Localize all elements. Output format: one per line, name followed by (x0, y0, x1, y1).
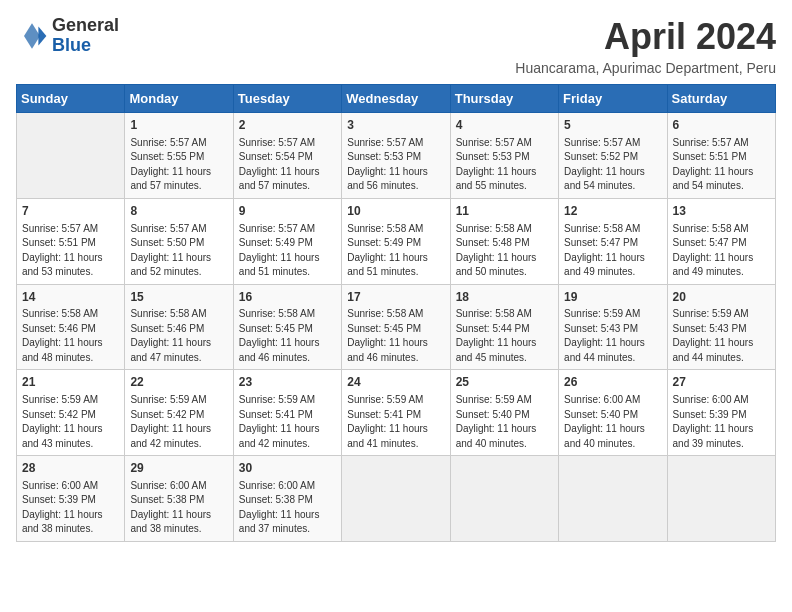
day-number: 15 (130, 289, 227, 306)
calendar-cell: 10Sunrise: 5:58 AMSunset: 5:49 PMDayligh… (342, 198, 450, 284)
calendar-cell: 13Sunrise: 5:58 AMSunset: 5:47 PMDayligh… (667, 198, 775, 284)
calendar-cell: 5Sunrise: 5:57 AMSunset: 5:52 PMDaylight… (559, 113, 667, 199)
day-number: 14 (22, 289, 119, 306)
calendar-cell (17, 113, 125, 199)
day-number: 2 (239, 117, 336, 134)
day-number: 29 (130, 460, 227, 477)
day-detail: Sunrise: 5:58 AMSunset: 5:47 PMDaylight:… (564, 222, 661, 280)
header-tuesday: Tuesday (233, 85, 341, 113)
day-number: 11 (456, 203, 553, 220)
day-number: 19 (564, 289, 661, 306)
calendar-cell: 4Sunrise: 5:57 AMSunset: 5:53 PMDaylight… (450, 113, 558, 199)
day-number: 12 (564, 203, 661, 220)
page-header: General Blue April 2024 Huancarama, Apur… (16, 16, 776, 76)
day-detail: Sunrise: 5:57 AMSunset: 5:51 PMDaylight:… (673, 136, 770, 194)
calendar-cell: 16Sunrise: 5:58 AMSunset: 5:45 PMDayligh… (233, 284, 341, 370)
calendar-cell: 27Sunrise: 6:00 AMSunset: 5:39 PMDayligh… (667, 370, 775, 456)
day-detail: Sunrise: 5:57 AMSunset: 5:49 PMDaylight:… (239, 222, 336, 280)
day-detail: Sunrise: 6:00 AMSunset: 5:38 PMDaylight:… (130, 479, 227, 537)
day-detail: Sunrise: 5:58 AMSunset: 5:46 PMDaylight:… (130, 307, 227, 365)
day-detail: Sunrise: 5:59 AMSunset: 5:41 PMDaylight:… (239, 393, 336, 451)
header-saturday: Saturday (667, 85, 775, 113)
logo-text: General Blue (52, 16, 119, 56)
day-detail: Sunrise: 5:58 AMSunset: 5:49 PMDaylight:… (347, 222, 444, 280)
day-number: 27 (673, 374, 770, 391)
calendar-cell: 8Sunrise: 5:57 AMSunset: 5:50 PMDaylight… (125, 198, 233, 284)
calendar-table: SundayMondayTuesdayWednesdayThursdayFrid… (16, 84, 776, 542)
calendar-cell: 25Sunrise: 5:59 AMSunset: 5:40 PMDayligh… (450, 370, 558, 456)
calendar-cell: 24Sunrise: 5:59 AMSunset: 5:41 PMDayligh… (342, 370, 450, 456)
day-detail: Sunrise: 5:58 AMSunset: 5:44 PMDaylight:… (456, 307, 553, 365)
day-number: 1 (130, 117, 227, 134)
day-detail: Sunrise: 5:59 AMSunset: 5:40 PMDaylight:… (456, 393, 553, 451)
day-detail: Sunrise: 5:57 AMSunset: 5:50 PMDaylight:… (130, 222, 227, 280)
calendar-cell: 26Sunrise: 6:00 AMSunset: 5:40 PMDayligh… (559, 370, 667, 456)
day-number: 5 (564, 117, 661, 134)
calendar-cell: 28Sunrise: 6:00 AMSunset: 5:39 PMDayligh… (17, 456, 125, 542)
calendar-cell: 7Sunrise: 5:57 AMSunset: 5:51 PMDaylight… (17, 198, 125, 284)
day-detail: Sunrise: 5:57 AMSunset: 5:55 PMDaylight:… (130, 136, 227, 194)
logo-icon (16, 20, 48, 52)
calendar-cell: 3Sunrise: 5:57 AMSunset: 5:53 PMDaylight… (342, 113, 450, 199)
calendar-week-3: 14Sunrise: 5:58 AMSunset: 5:46 PMDayligh… (17, 284, 776, 370)
day-number: 8 (130, 203, 227, 220)
day-number: 20 (673, 289, 770, 306)
header-monday: Monday (125, 85, 233, 113)
month-title: April 2024 (515, 16, 776, 58)
day-detail: Sunrise: 5:59 AMSunset: 5:42 PMDaylight:… (22, 393, 119, 451)
day-detail: Sunrise: 5:57 AMSunset: 5:52 PMDaylight:… (564, 136, 661, 194)
calendar-cell: 29Sunrise: 6:00 AMSunset: 5:38 PMDayligh… (125, 456, 233, 542)
calendar-week-4: 21Sunrise: 5:59 AMSunset: 5:42 PMDayligh… (17, 370, 776, 456)
calendar-cell: 20Sunrise: 5:59 AMSunset: 5:43 PMDayligh… (667, 284, 775, 370)
day-number: 13 (673, 203, 770, 220)
day-number: 21 (22, 374, 119, 391)
calendar-cell (450, 456, 558, 542)
title-area: April 2024 Huancarama, Apurimac Departme… (515, 16, 776, 76)
day-number: 24 (347, 374, 444, 391)
calendar-cell (559, 456, 667, 542)
calendar-cell: 12Sunrise: 5:58 AMSunset: 5:47 PMDayligh… (559, 198, 667, 284)
calendar-cell (342, 456, 450, 542)
day-detail: Sunrise: 5:57 AMSunset: 5:54 PMDaylight:… (239, 136, 336, 194)
calendar-cell: 30Sunrise: 6:00 AMSunset: 5:38 PMDayligh… (233, 456, 341, 542)
calendar-cell: 22Sunrise: 5:59 AMSunset: 5:42 PMDayligh… (125, 370, 233, 456)
header-wednesday: Wednesday (342, 85, 450, 113)
day-number: 18 (456, 289, 553, 306)
day-number: 26 (564, 374, 661, 391)
day-detail: Sunrise: 5:58 AMSunset: 5:47 PMDaylight:… (673, 222, 770, 280)
day-detail: Sunrise: 5:58 AMSunset: 5:45 PMDaylight:… (239, 307, 336, 365)
day-detail: Sunrise: 5:58 AMSunset: 5:45 PMDaylight:… (347, 307, 444, 365)
day-detail: Sunrise: 6:00 AMSunset: 5:39 PMDaylight:… (673, 393, 770, 451)
calendar-cell: 14Sunrise: 5:58 AMSunset: 5:46 PMDayligh… (17, 284, 125, 370)
day-number: 28 (22, 460, 119, 477)
day-detail: Sunrise: 5:59 AMSunset: 5:41 PMDaylight:… (347, 393, 444, 451)
calendar-cell: 6Sunrise: 5:57 AMSunset: 5:51 PMDaylight… (667, 113, 775, 199)
calendar-cell: 19Sunrise: 5:59 AMSunset: 5:43 PMDayligh… (559, 284, 667, 370)
day-number: 25 (456, 374, 553, 391)
calendar-cell: 9Sunrise: 5:57 AMSunset: 5:49 PMDaylight… (233, 198, 341, 284)
day-number: 7 (22, 203, 119, 220)
logo-general: General (52, 16, 119, 36)
day-number: 4 (456, 117, 553, 134)
day-number: 6 (673, 117, 770, 134)
day-number: 16 (239, 289, 336, 306)
day-detail: Sunrise: 6:00 AMSunset: 5:39 PMDaylight:… (22, 479, 119, 537)
day-detail: Sunrise: 6:00 AMSunset: 5:38 PMDaylight:… (239, 479, 336, 537)
calendar-week-5: 28Sunrise: 6:00 AMSunset: 5:39 PMDayligh… (17, 456, 776, 542)
calendar-cell: 1Sunrise: 5:57 AMSunset: 5:55 PMDaylight… (125, 113, 233, 199)
svg-marker-1 (24, 23, 40, 49)
calendar-cell: 21Sunrise: 5:59 AMSunset: 5:42 PMDayligh… (17, 370, 125, 456)
day-number: 10 (347, 203, 444, 220)
logo: General Blue (16, 16, 119, 56)
calendar-week-1: 1Sunrise: 5:57 AMSunset: 5:55 PMDaylight… (17, 113, 776, 199)
calendar-cell: 17Sunrise: 5:58 AMSunset: 5:45 PMDayligh… (342, 284, 450, 370)
calendar-header-row: SundayMondayTuesdayWednesdayThursdayFrid… (17, 85, 776, 113)
day-detail: Sunrise: 5:57 AMSunset: 5:53 PMDaylight:… (456, 136, 553, 194)
calendar-cell: 2Sunrise: 5:57 AMSunset: 5:54 PMDaylight… (233, 113, 341, 199)
calendar-cell: 15Sunrise: 5:58 AMSunset: 5:46 PMDayligh… (125, 284, 233, 370)
header-thursday: Thursday (450, 85, 558, 113)
day-number: 22 (130, 374, 227, 391)
day-number: 3 (347, 117, 444, 134)
location-title: Huancarama, Apurimac Department, Peru (515, 60, 776, 76)
day-number: 17 (347, 289, 444, 306)
